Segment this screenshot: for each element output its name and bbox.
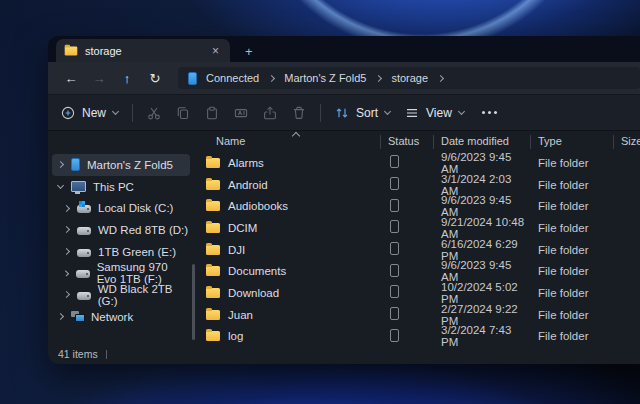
copy-icon[interactable] — [175, 105, 191, 121]
table-row[interactable]: Documents 9/6/2023 9:45 AM File folder — [196, 259, 640, 281]
sort-arrows-icon — [334, 105, 350, 121]
breadcrumb-connected[interactable]: Connected — [206, 72, 259, 84]
drive-icon — [77, 292, 91, 300]
phone-icon — [71, 158, 80, 171]
sidebar-item-label: WD Red 8TB (D:) — [98, 224, 188, 236]
column-divider[interactable] — [613, 135, 614, 149]
command-toolbar: New — [48, 95, 640, 131]
chevron-down-icon[interactable] — [57, 182, 64, 189]
file-type: File folder — [530, 309, 613, 321]
file-type: File folder — [530, 200, 613, 212]
folder-icon — [206, 331, 220, 341]
file-name: DCIM — [228, 222, 257, 234]
on-device-status-icon — [390, 177, 399, 190]
file-explorer-window: storage × + ← → ↑ ↻ Connected Marton's Z… — [48, 36, 640, 364]
new-button[interactable]: New — [60, 105, 119, 121]
paste-icon[interactable] — [204, 105, 220, 121]
chevron-down-icon — [384, 108, 391, 115]
sidebar-item-label: WD Black 2TB (G:) — [98, 283, 190, 307]
folder-icon — [206, 245, 220, 255]
refresh-icon[interactable]: ↻ — [142, 71, 168, 86]
sort-button[interactable]: Sort — [334, 105, 391, 121]
date-modified: 6/16/2024 6:29 PM — [433, 238, 530, 262]
cut-icon[interactable] — [146, 105, 162, 121]
sidebar-item-device[interactable]: Marton's Z Fold5 — [52, 154, 190, 176]
file-name: Alarms — [228, 157, 264, 169]
more-options-icon[interactable] — [482, 111, 497, 114]
column-header-size[interactable]: Size — [613, 135, 640, 147]
breadcrumb-storage[interactable]: storage — [391, 72, 428, 84]
file-type: File folder — [530, 287, 613, 299]
chevron-right-icon[interactable] — [63, 205, 70, 212]
rename-icon[interactable] — [233, 105, 249, 121]
table-row[interactable]: Download 10/2/2024 5:02 PM File folder — [196, 281, 640, 303]
table-row[interactable]: DCIM 9/21/2024 10:48 AM File folder — [196, 216, 640, 238]
tab-close-icon[interactable]: × — [209, 44, 222, 58]
share-icon[interactable] — [262, 105, 278, 121]
view-button[interactable]: View — [404, 105, 465, 121]
chevron-right-icon — [375, 74, 382, 81]
tab-title: storage — [85, 45, 202, 57]
view-button-label: View — [426, 106, 452, 120]
table-row[interactable]: DJI 6/16/2024 6:29 PM File folder — [196, 238, 640, 260]
table-row[interactable]: Alarms 9/6/2023 9:45 AM File folder — [196, 151, 640, 173]
column-header-date[interactable]: Date modified — [433, 135, 530, 147]
back-icon[interactable]: ← — [58, 71, 84, 86]
file-name: Documents — [228, 265, 286, 277]
on-device-status-icon — [390, 285, 399, 298]
up-icon[interactable]: ↑ — [114, 71, 140, 86]
table-row[interactable]: Android 3/1/2024 2:03 AM File folder — [196, 173, 640, 195]
chevron-right-icon[interactable] — [63, 292, 70, 299]
new-tab-button[interactable]: + — [240, 44, 258, 62]
sidebar-item-drive-f[interactable]: Samsung 970 Evo 1TB (F:) — [52, 262, 190, 284]
sidebar-item-label: Marton's Z Fold5 — [87, 159, 173, 171]
sidebar-item-label: This PC — [93, 181, 134, 193]
chevron-down-icon — [458, 108, 465, 115]
sidebar-scrollbar[interactable] — [192, 264, 195, 340]
forward-icon[interactable]: → — [86, 71, 112, 86]
chevron-right-icon[interactable] — [57, 161, 64, 168]
table-row[interactable]: Juan 2/27/2024 9:22 PM File folder — [196, 303, 640, 325]
column-header-type[interactable]: Type — [530, 135, 613, 147]
table-row[interactable]: log 3/2/2024 7:43 PM File folder — [196, 324, 640, 346]
new-button-label: New — [82, 106, 106, 120]
on-device-status-icon — [390, 220, 399, 233]
phone-icon — [188, 72, 197, 85]
file-list: Name Status Date modified Type Size Alar… — [196, 131, 640, 346]
on-device-status-icon — [390, 329, 399, 342]
column-divider[interactable] — [433, 135, 434, 149]
table-row[interactable]: Audiobooks 9/6/2023 9:45 AM File folder — [196, 194, 640, 216]
date-modified: 9/6/2023 9:45 AM — [433, 151, 530, 175]
column-headers: Name Status Date modified Type Size — [196, 131, 640, 151]
file-name: Android — [228, 179, 268, 191]
sidebar-item-local-disk-c[interactable]: Local Disk (C:) — [52, 197, 190, 219]
sidebar-item-this-pc[interactable]: This PC — [52, 176, 190, 198]
chevron-right-icon[interactable] — [63, 270, 69, 276]
delete-icon[interactable] — [291, 105, 307, 121]
file-type: File folder — [530, 244, 613, 256]
folder-icon — [206, 310, 220, 320]
column-divider[interactable] — [380, 135, 381, 149]
sidebar-item-drive-e[interactable]: 1TB Green (E:) — [52, 241, 190, 263]
chevron-right-icon[interactable] — [63, 248, 70, 255]
tab-storage[interactable]: storage × — [56, 39, 230, 62]
column-header-name[interactable]: Name — [196, 135, 380, 147]
date-modified: 10/2/2024 5:02 PM — [433, 281, 530, 305]
chevron-right-icon — [268, 74, 275, 81]
sidebar-item-drive-g[interactable]: WD Black 2TB (G:) — [52, 284, 190, 306]
system-drive-icon — [77, 205, 91, 213]
sidebar-item-network[interactable]: Network — [52, 306, 190, 328]
chevron-right-icon[interactable] — [63, 226, 70, 233]
on-device-status-icon — [390, 307, 399, 320]
sidebar-item-drive-d[interactable]: WD Red 8TB (D:) — [52, 219, 190, 241]
address-bar[interactable]: Connected Marton's Z Fold5 storage — [178, 67, 640, 89]
drive-icon — [77, 249, 91, 257]
tab-bar: storage × + — [48, 36, 640, 62]
breadcrumb-device[interactable]: Marton's Z Fold5 — [284, 72, 366, 84]
column-header-status[interactable]: Status — [380, 135, 433, 147]
item-count: 41 items — [58, 348, 98, 360]
chevron-right-icon[interactable] — [57, 313, 64, 320]
on-device-status-icon — [390, 242, 399, 255]
on-device-status-icon — [390, 155, 399, 168]
column-divider[interactable] — [530, 135, 531, 149]
